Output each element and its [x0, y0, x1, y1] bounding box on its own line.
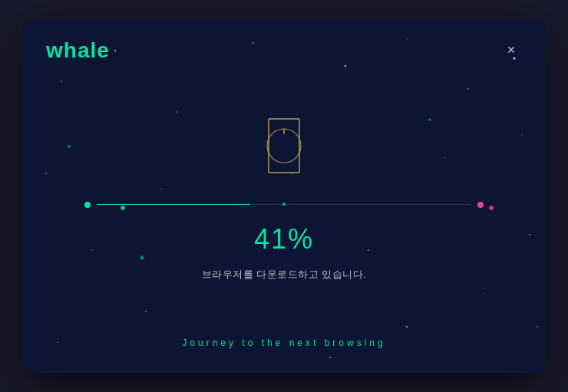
svg-point-18	[57, 341, 58, 343]
svg-point-6	[467, 88, 469, 90]
download-subtitle: 브라우저를 다운로드하고 있습니다.	[202, 268, 367, 282]
svg-point-17	[537, 326, 538, 328]
main-content: 41% 브라우저를 다운로드하고 있습니다.	[23, 111, 545, 282]
header: whale ×	[23, 20, 545, 81]
close-button[interactable]: ×	[500, 40, 522, 61]
progress-dot-right	[477, 202, 484, 208]
progress-dot-left	[84, 202, 91, 208]
logo: whale	[46, 38, 110, 63]
svg-point-13	[329, 357, 331, 358]
main-window: whale × 41% 브	[23, 20, 545, 373]
tagline: Journey to the next browsing	[182, 338, 385, 348]
progress-area	[84, 202, 484, 208]
brand-icon	[246, 111, 322, 180]
progress-percentage: 41%	[254, 223, 314, 255]
svg-point-11	[145, 311, 147, 312]
progress-track	[97, 204, 471, 205]
svg-point-14	[406, 325, 408, 327]
progress-fill	[97, 204, 250, 205]
svg-point-15	[483, 288, 484, 289]
